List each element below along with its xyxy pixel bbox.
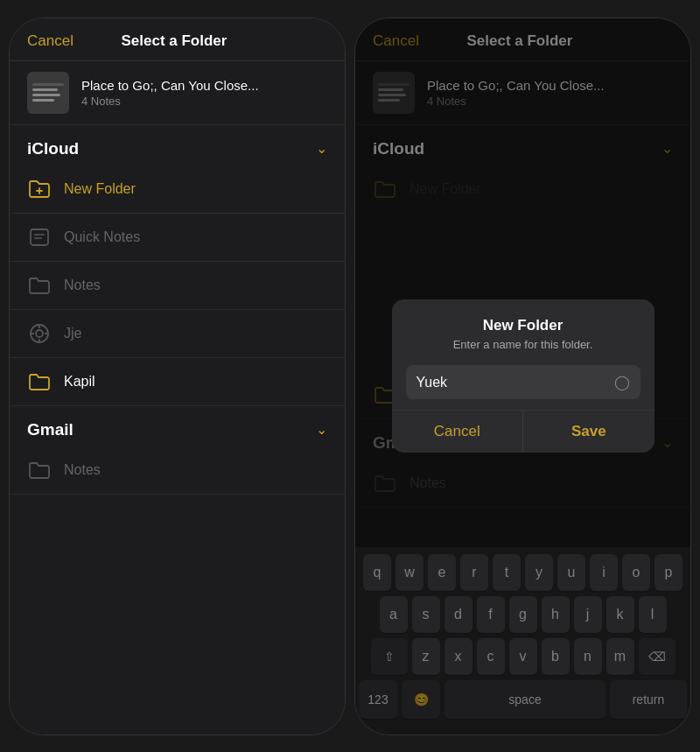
left-icloud-header: iCloud ⌄ [10, 125, 345, 165]
dialog-overlay: New Folder Enter a name for this folder.… [355, 18, 690, 734]
left-jje-item[interactable]: Jje [10, 310, 345, 358]
left-cancel-button[interactable]: Cancel [27, 32, 74, 50]
dialog-save-button[interactable]: Save [523, 411, 654, 453]
left-gmail-header: Gmail ⌄ [10, 406, 345, 446]
left-icloud-chevron[interactable]: ⌄ [316, 140, 327, 157]
left-gmail-notes-label: Notes [64, 462, 101, 478]
left-gmail-chevron[interactable]: ⌄ [316, 421, 327, 438]
dialog-input-value: Yuek [416, 375, 448, 390]
note-thumbnail [27, 72, 69, 114]
left-header: Cancel Select a Folder [10, 18, 345, 61]
left-quick-notes-label: Quick Notes [64, 229, 140, 245]
left-gmail-title: Gmail [27, 420, 74, 439]
dialog-cancel-button[interactable]: Cancel [392, 411, 524, 453]
left-new-folder-icon [27, 177, 52, 201]
svg-point-6 [36, 330, 43, 337]
recent-note-subtitle: 4 Notes [81, 95, 259, 108]
left-jje-label: Jje [64, 326, 81, 341]
left-kapil-label: Kapil [64, 374, 95, 390]
left-quick-notes-item[interactable]: Quick Notes [10, 214, 345, 262]
recent-note-title: Place to Go;, Can You Close... [81, 78, 259, 93]
left-kapil-item[interactable]: Kapil [10, 358, 345, 406]
dialog-buttons: Cancel Save [392, 410, 654, 453]
left-icloud-title: iCloud [27, 139, 79, 158]
dialog-input-row: Yuek ◯ [392, 355, 654, 410]
svg-rect-2 [31, 229, 48, 245]
dialog-clear-icon[interactable]: ◯ [614, 374, 630, 390]
left-recent-note[interactable]: Place to Go;, Can You Close... 4 Notes [10, 61, 345, 125]
new-folder-dialog: New Folder Enter a name for this folder.… [392, 299, 654, 453]
left-new-folder-item[interactable]: New Folder [10, 165, 345, 214]
left-gmail-notes-item[interactable]: Notes [10, 446, 345, 495]
left-phone: Cancel Select a Folder Place to Go;, Can… [9, 18, 346, 735]
left-notes-label: Notes [64, 278, 101, 293]
left-quick-notes-icon [27, 225, 52, 249]
left-jje-icon [27, 321, 52, 346]
left-new-folder-label: New Folder [64, 181, 136, 197]
dialog-input-field[interactable]: Yuek ◯ [406, 365, 640, 399]
dialog-title: New Folder [410, 317, 637, 334]
left-kapil-icon [27, 369, 52, 394]
dialog-header: New Folder Enter a name for this folder. [392, 299, 654, 355]
left-header-title: Select a Folder [121, 32, 227, 50]
left-notes-folder-icon [27, 273, 52, 298]
right-phone: Cancel Select a Folder Place to Go;, Can… [354, 18, 691, 735]
left-notes-item[interactable]: Notes [10, 262, 345, 310]
dialog-subtitle: Enter a name for this folder. [410, 338, 637, 351]
left-gmail-notes-icon [27, 458, 52, 482]
